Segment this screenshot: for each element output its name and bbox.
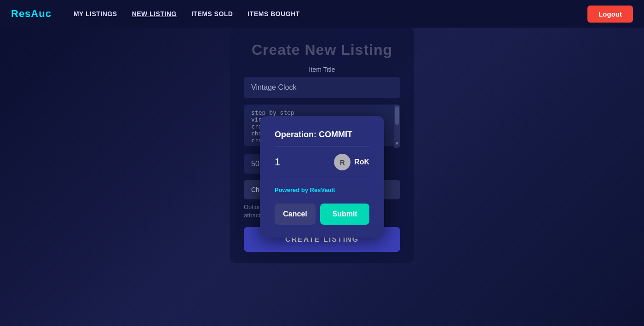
powered-text: Powered by Res (275, 186, 321, 193)
nav-items-sold[interactable]: ITEMS SOLD (191, 10, 233, 17)
logout-button[interactable]: Logout (587, 6, 633, 23)
modal-buttons: Cancel Submit (275, 204, 369, 225)
modal-operation-label: Operation: COMMIT (275, 130, 369, 146)
modal-user: R RoK (334, 154, 369, 170)
modal-powered: Powered by ResVault (275, 186, 369, 193)
user-name: RoK (354, 158, 369, 166)
logo[interactable]: ResAuc (11, 8, 52, 20)
powered-brand: Vault (321, 186, 335, 193)
modal-row: 1 R RoK (275, 154, 369, 177)
nav-items-bought[interactable]: ITEMS BOUGHT (247, 10, 299, 17)
avatar: R (334, 154, 351, 170)
modal-cancel-button[interactable]: Cancel (275, 204, 316, 225)
nav-new-listing[interactable]: NEW LISTING (132, 10, 177, 17)
modal-overlay: Operation: COMMIT 1 R RoK Powered by Res… (0, 28, 644, 326)
nav-my-listings[interactable]: MY LISTINGS (74, 10, 117, 17)
modal: Operation: COMMIT 1 R RoK Powered by Res… (260, 116, 384, 238)
main-content: Create New Listing Item Title step-by-st… (0, 28, 644, 326)
modal-submit-button[interactable]: Submit (320, 204, 369, 225)
navbar: ResAuc MY LISTINGS NEW LISTING ITEMS SOL… (0, 0, 644, 28)
modal-number: 1 (275, 156, 280, 168)
